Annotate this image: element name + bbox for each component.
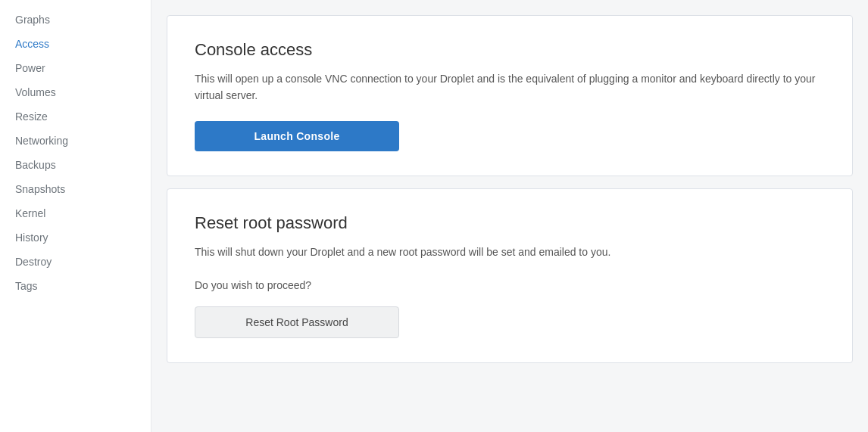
- sidebar-item-backups[interactable]: Backups: [0, 153, 151, 177]
- console-access-title: Console access: [195, 40, 825, 60]
- sidebar-item-volumes[interactable]: Volumes: [0, 80, 151, 104]
- sidebar-item-destroy[interactable]: Destroy: [0, 250, 151, 274]
- main-content: Console access This will open up a conso…: [151, 0, 868, 432]
- sidebar-item-graphs[interactable]: Graphs: [0, 8, 151, 32]
- launch-console-button[interactable]: Launch Console: [195, 121, 399, 151]
- console-access-card: Console access This will open up a conso…: [167, 15, 853, 176]
- reset-password-title: Reset root password: [195, 213, 825, 233]
- sidebar-item-history[interactable]: History: [0, 225, 151, 250]
- sidebar-item-resize[interactable]: Resize: [0, 104, 151, 129]
- sidebar-item-snapshots[interactable]: Snapshots: [0, 177, 151, 201]
- console-access-description: This will open up a console VNC connecti…: [195, 70, 825, 104]
- sidebar-item-access[interactable]: Access: [0, 32, 151, 56]
- sidebar: GraphsAccessPowerVolumesResizeNetworking…: [0, 0, 151, 432]
- sidebar-item-networking[interactable]: Networking: [0, 129, 151, 153]
- reset-password-card: Reset root password This will shut down …: [167, 188, 853, 363]
- reset-password-prompt: Do you wish to proceed?: [195, 277, 825, 294]
- reset-root-password-button[interactable]: Reset Root Password: [195, 306, 399, 338]
- reset-password-description: This will shut down your Droplet and a n…: [195, 244, 825, 260]
- sidebar-item-power[interactable]: Power: [0, 56, 151, 80]
- sidebar-item-tags[interactable]: Tags: [0, 274, 151, 298]
- sidebar-item-kernel[interactable]: Kernel: [0, 201, 151, 225]
